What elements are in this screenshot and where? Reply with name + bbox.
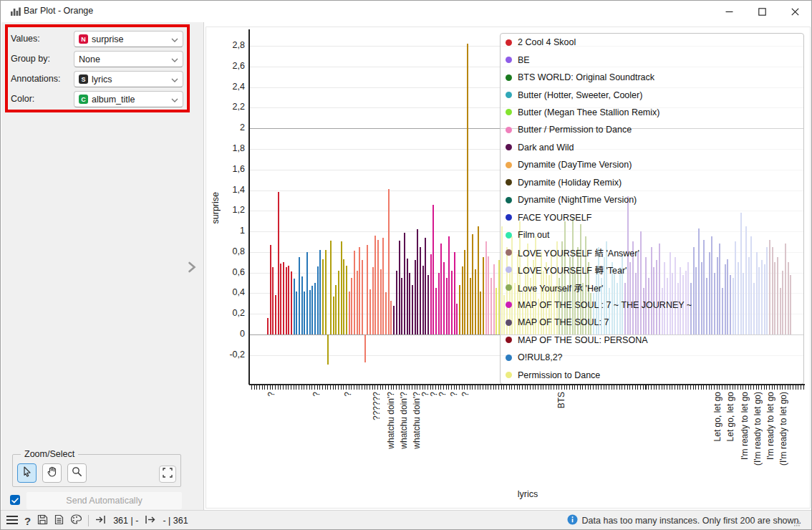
bar[interactable] — [306, 252, 308, 334]
bar[interactable] — [483, 257, 484, 334]
color-combobox[interactable]: C album_title — [74, 91, 183, 107]
chart-legend[interactable]: 2 Cool 4 SkoolBEBTS WORLD: Original Soun… — [500, 33, 804, 385]
bar[interactable] — [317, 266, 319, 334]
bar[interactable] — [311, 286, 313, 334]
bar[interactable] — [456, 304, 458, 334]
bar[interactable] — [362, 260, 363, 334]
bar[interactable] — [354, 251, 355, 334]
maximize-button[interactable] — [745, 1, 778, 22]
bar[interactable] — [357, 271, 358, 334]
bar[interactable] — [401, 278, 402, 334]
bar[interactable] — [382, 238, 384, 334]
bar[interactable] — [448, 236, 450, 334]
bar[interactable] — [412, 285, 413, 334]
bar[interactable] — [283, 262, 284, 334]
bar[interactable] — [480, 292, 481, 334]
bar[interactable] — [475, 269, 476, 334]
annotations-combobox[interactable]: S lyrics — [74, 71, 183, 87]
bar[interactable] — [459, 285, 460, 334]
bar[interactable] — [278, 192, 279, 334]
bar[interactable] — [346, 266, 347, 334]
bar[interactable] — [327, 334, 329, 365]
bar[interactable] — [435, 288, 437, 334]
bar[interactable] — [291, 271, 292, 334]
zoom-tool-button[interactable] — [67, 463, 87, 483]
bar[interactable] — [488, 256, 489, 334]
bar[interactable] — [438, 273, 440, 334]
bar[interactable] — [493, 264, 495, 334]
bar[interactable] — [485, 241, 487, 334]
send-automatically-checkbox[interactable] — [10, 495, 20, 505]
bar[interactable] — [275, 295, 276, 334]
bar[interactable] — [415, 260, 416, 334]
bar[interactable] — [338, 271, 339, 334]
bar[interactable] — [322, 259, 324, 334]
help-icon[interactable]: ? — [24, 515, 31, 527]
bar[interactable] — [393, 306, 395, 334]
bar[interactable] — [464, 250, 465, 334]
bar[interactable] — [341, 241, 342, 334]
bar[interactable] — [319, 250, 321, 334]
bar[interactable] — [388, 189, 390, 334]
bar[interactable] — [349, 292, 350, 334]
bar[interactable] — [496, 288, 497, 334]
send-automatically-button[interactable]: Send Automatically — [26, 492, 182, 509]
bar[interactable] — [359, 247, 360, 334]
bar[interactable] — [467, 44, 468, 334]
bar[interactable] — [446, 278, 448, 334]
bar[interactable] — [343, 259, 344, 334]
bar[interactable] — [369, 289, 371, 334]
bar[interactable] — [425, 238, 426, 334]
bar[interactable] — [422, 266, 424, 334]
bar[interactable] — [301, 276, 303, 334]
bar[interactable] — [296, 292, 297, 334]
bar[interactable] — [314, 283, 316, 334]
bar[interactable] — [364, 334, 366, 362]
bar[interactable] — [294, 279, 295, 334]
bar[interactable] — [404, 233, 405, 334]
bar[interactable] — [432, 205, 434, 334]
bar[interactable] — [380, 269, 382, 334]
bar[interactable] — [280, 264, 281, 334]
bar[interactable] — [443, 262, 445, 334]
bar[interactable] — [325, 250, 327, 334]
bar[interactable] — [330, 241, 332, 334]
bar[interactable] — [286, 267, 287, 334]
splitter-expand-chevron[interactable] — [185, 259, 198, 275]
bar[interactable] — [451, 271, 453, 334]
bar[interactable] — [385, 292, 387, 334]
bar[interactable] — [374, 236, 376, 334]
bar[interactable] — [420, 247, 421, 334]
menu-icon[interactable] — [6, 514, 18, 527]
bar[interactable] — [288, 266, 289, 334]
bar[interactable] — [333, 297, 334, 334]
bar[interactable] — [272, 267, 274, 334]
bar[interactable] — [407, 259, 408, 334]
title-bar[interactable]: Bar Plot - Orange — [1, 1, 811, 22]
bar[interactable] — [335, 285, 337, 334]
bar[interactable] — [396, 271, 397, 334]
bar[interactable] — [367, 245, 368, 334]
close-button[interactable] — [778, 1, 811, 22]
values-combobox[interactable]: N surprise — [74, 31, 183, 47]
bar[interactable] — [351, 278, 352, 334]
minimize-button[interactable] — [712, 1, 745, 22]
fit-to-view-button[interactable] — [159, 466, 176, 483]
select-tool-button[interactable] — [17, 463, 37, 483]
bar[interactable] — [270, 245, 271, 334]
report-icon[interactable] — [54, 514, 64, 528]
bar[interactable] — [267, 318, 269, 334]
bar[interactable] — [390, 301, 392, 334]
bar[interactable] — [427, 275, 429, 334]
group-by-combobox[interactable]: None — [74, 51, 183, 67]
bar[interactable] — [304, 292, 305, 334]
save-icon[interactable] — [37, 514, 48, 528]
bar[interactable] — [462, 266, 463, 334]
bar[interactable] — [417, 229, 418, 334]
bar[interactable] — [490, 278, 492, 334]
bar[interactable] — [372, 267, 374, 334]
bar[interactable] — [299, 257, 300, 334]
bar[interactable] — [399, 241, 400, 334]
resize-grip[interactable] — [793, 516, 800, 529]
visual-settings-icon[interactable] — [70, 514, 82, 527]
